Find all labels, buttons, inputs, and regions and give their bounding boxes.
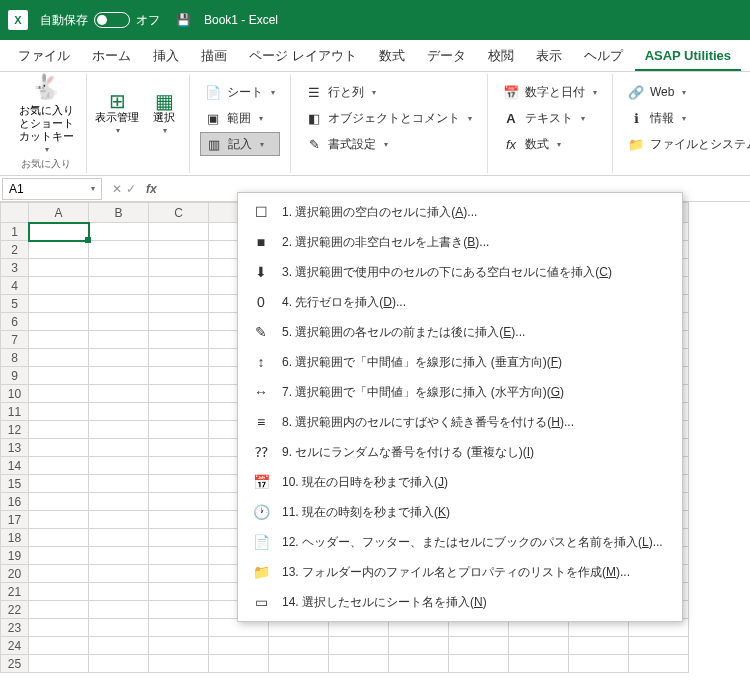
toggle-icon[interactable]: [94, 12, 130, 28]
cell[interactable]: [29, 421, 89, 439]
cell[interactable]: [89, 439, 149, 457]
cell[interactable]: [89, 367, 149, 385]
cell[interactable]: [329, 637, 389, 655]
cell[interactable]: [149, 277, 209, 295]
cell[interactable]: [29, 583, 89, 601]
cell[interactable]: [29, 367, 89, 385]
chevron-down-icon[interactable]: ▾: [91, 184, 95, 193]
tab-view[interactable]: 表示: [526, 41, 572, 71]
row-header[interactable]: 17: [1, 511, 29, 529]
cell[interactable]: [29, 565, 89, 583]
col-header[interactable]: A: [29, 203, 89, 223]
cell[interactable]: [89, 493, 149, 511]
tab-help[interactable]: ヘルプ: [574, 41, 633, 71]
row-header[interactable]: 6: [1, 313, 29, 331]
row-header[interactable]: 8: [1, 349, 29, 367]
cell[interactable]: [149, 223, 209, 241]
row-header[interactable]: 16: [1, 493, 29, 511]
menu-item-2[interactable]: ■2. 選択範囲の非空白セルを上書き(B)...: [238, 227, 682, 257]
row-header[interactable]: 14: [1, 457, 29, 475]
cell[interactable]: [149, 331, 209, 349]
web-button[interactable]: 🔗Web▾: [623, 80, 750, 104]
tab-insert[interactable]: 挿入: [143, 41, 189, 71]
row-header[interactable]: 23: [1, 619, 29, 637]
cell[interactable]: [269, 655, 329, 673]
cell[interactable]: [29, 259, 89, 277]
name-box[interactable]: A1▾: [2, 178, 102, 200]
cell[interactable]: [29, 439, 89, 457]
menu-item-3[interactable]: ⬇3. 選択範囲で使用中のセルの下にある空白セルに値を挿入(C): [238, 257, 682, 287]
rowscols-button[interactable]: ☰行と列▾: [301, 80, 477, 104]
cell[interactable]: [149, 547, 209, 565]
row-header[interactable]: 18: [1, 529, 29, 547]
autosave-toggle[interactable]: 自動保存 オフ: [40, 12, 160, 29]
cell[interactable]: [29, 475, 89, 493]
menu-item-7[interactable]: ↔7. 選択範囲で「中間値」を線形に挿入 (水平方向)(G): [238, 377, 682, 407]
cell[interactable]: [149, 511, 209, 529]
sheet-button[interactable]: 📄シート▾: [200, 80, 280, 104]
cell[interactable]: [149, 457, 209, 475]
cell[interactable]: [89, 655, 149, 673]
fx-symbol-icon[interactable]: fx: [140, 182, 163, 196]
cell[interactable]: [89, 637, 149, 655]
cell[interactable]: [149, 385, 209, 403]
tab-file[interactable]: ファイル: [8, 41, 80, 71]
tab-pagelayout[interactable]: ページ レイアウト: [239, 41, 367, 71]
cell[interactable]: [89, 313, 149, 331]
row-header[interactable]: 15: [1, 475, 29, 493]
cell[interactable]: [149, 619, 209, 637]
row-header[interactable]: 11: [1, 403, 29, 421]
col-header[interactable]: C: [149, 203, 209, 223]
favorites-button[interactable]: 🐇 お気に入りとショートカットキー▾: [14, 76, 78, 152]
cell[interactable]: [89, 475, 149, 493]
row-header[interactable]: 13: [1, 439, 29, 457]
cell[interactable]: [89, 331, 149, 349]
cell[interactable]: [149, 601, 209, 619]
file-button[interactable]: 📁ファイルとシステム▾: [623, 132, 750, 156]
cell[interactable]: [569, 637, 629, 655]
row-header[interactable]: 4: [1, 277, 29, 295]
menu-item-10[interactable]: 📅10. 現在の日時を秒まで挿入(J): [238, 467, 682, 497]
info-button[interactable]: ℹ情報▾: [623, 106, 750, 130]
fill-button[interactable]: ▥記入▾: [200, 132, 280, 156]
cell[interactable]: [29, 457, 89, 475]
cell[interactable]: [29, 385, 89, 403]
cell[interactable]: [149, 475, 209, 493]
cell[interactable]: [209, 637, 269, 655]
menu-item-4[interactable]: 04. 先行ゼロを挿入(D)...: [238, 287, 682, 317]
vision-button[interactable]: ⊞ 表示管理▾: [95, 76, 139, 152]
cell[interactable]: [89, 457, 149, 475]
row-header[interactable]: 25: [1, 655, 29, 673]
col-header[interactable]: B: [89, 203, 149, 223]
tab-draw[interactable]: 描画: [191, 41, 237, 71]
menu-item-13[interactable]: 📁13. フォルダー内のファイル名とプロパティのリストを作成(M)...: [238, 557, 682, 587]
numdate-button[interactable]: 📅数字と日付▾: [498, 80, 602, 104]
cell[interactable]: [149, 421, 209, 439]
cell[interactable]: [89, 241, 149, 259]
cell[interactable]: [269, 637, 329, 655]
cell[interactable]: [629, 637, 689, 655]
cell[interactable]: [149, 565, 209, 583]
cell[interactable]: [629, 655, 689, 673]
menu-item-5[interactable]: ✎5. 選択範囲の各セルの前または後に挿入(E)...: [238, 317, 682, 347]
cell[interactable]: [89, 385, 149, 403]
cell[interactable]: [329, 655, 389, 673]
cell[interactable]: [149, 493, 209, 511]
cell[interactable]: [29, 601, 89, 619]
cell[interactable]: [149, 529, 209, 547]
cell[interactable]: [89, 511, 149, 529]
cell[interactable]: [89, 619, 149, 637]
menu-item-14[interactable]: ▭14. 選択したセルにシート名を挿入(N): [238, 587, 682, 617]
cell[interactable]: [89, 277, 149, 295]
text-button[interactable]: Aテキスト▾: [498, 106, 602, 130]
tab-data[interactable]: データ: [417, 41, 476, 71]
row-header[interactable]: 9: [1, 367, 29, 385]
cell[interactable]: [149, 655, 209, 673]
fx-button[interactable]: fx数式▾: [498, 132, 602, 156]
cell[interactable]: [29, 241, 89, 259]
objects-button[interactable]: ◧オブジェクトとコメント▾: [301, 106, 477, 130]
cell[interactable]: [29, 223, 89, 241]
cell[interactable]: [149, 241, 209, 259]
cell[interactable]: [29, 349, 89, 367]
cell[interactable]: [89, 223, 149, 241]
